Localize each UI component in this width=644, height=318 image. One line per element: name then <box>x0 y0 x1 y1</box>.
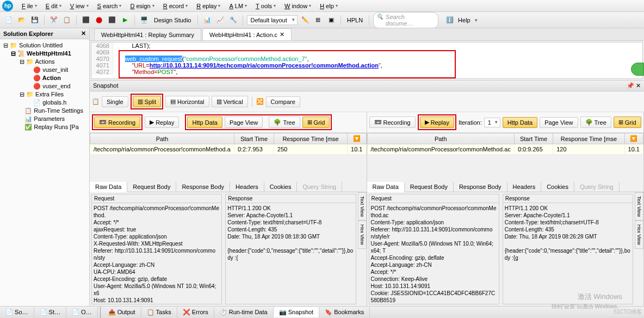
http-data-button-r[interactable]: Http Data <box>503 117 537 128</box>
side-badge[interactable] <box>631 63 644 76</box>
close-icon[interactable]: ✕ <box>636 82 641 89</box>
http-data-button[interactable]: Http Data <box>187 117 222 128</box>
response-body-left[interactable]: HTTP/1.1 200 OK Server: Apache-Coyote/1.… <box>226 203 355 304</box>
view-single[interactable]: Single <box>102 96 128 107</box>
tree-item-replay-runs-pa[interactable]: ✅ Replay Runs [Pa <box>2 123 87 131</box>
solution-tree[interactable]: ⊟ 📁 Solution Untitled⊟ 📜 WebHttpHtml41⊟ … <box>0 39 89 306</box>
view-vertical[interactable]: ▥ Vertical <box>212 96 248 107</box>
iteration-dropdown[interactable]: 1 <box>484 118 500 127</box>
bottom-tab[interactable]: 📄 So… <box>0 307 34 317</box>
stop-icon[interactable]: ⬛ <box>107 15 117 26</box>
menu-replay[interactable]: Replay ▾ <box>192 1 225 11</box>
menu-record[interactable]: Record ▾ <box>159 1 192 11</box>
editor-tab[interactable]: WebHttpHtml41 : Replay Summary <box>94 28 201 40</box>
menu-alm[interactable]: ALM ▾ <box>225 1 251 11</box>
page-view-button-r[interactable]: Page View <box>540 117 578 128</box>
recording-grid-left[interactable]: Path Start Time Response Time [mse 🔽 /te… <box>90 133 367 155</box>
request-body-right[interactable]: POST /techcomp/ria/commonProcessor!commo… <box>369 203 499 304</box>
data-tab-raw-data[interactable]: Raw Data <box>367 182 405 192</box>
tree-item-action[interactable]: 🔴 Action <box>2 74 87 82</box>
pencil-icon[interactable]: ✏️ <box>300 15 311 26</box>
menu-search[interactable]: Search ▾ <box>93 1 126 11</box>
grid-icon[interactable]: ⊞ <box>313 15 324 26</box>
menu-help[interactable]: Help ▾ <box>315 1 342 11</box>
bottom-tab-snapshot[interactable]: 📷 Snapshot <box>274 307 320 317</box>
data-tab-response-body[interactable]: Response Body <box>176 182 230 192</box>
close-icon[interactable]: ✕ <box>81 30 86 37</box>
view-split[interactable]: ▥ Split <box>133 96 161 107</box>
tree-item-vuser-init[interactable]: 🔴 vuser_init <box>2 66 87 74</box>
close-icon[interactable]: ✕ <box>280 31 284 38</box>
bottom-tab-tasks[interactable]: 📋 Tasks <box>141 307 177 317</box>
data-tab-cookies[interactable]: Cookies <box>264 182 298 192</box>
replay-tab-left[interactable]: ▶ Replay <box>145 117 179 128</box>
text-view-tab[interactable]: Text View <box>358 192 367 221</box>
tree-item-solution-untitled[interactable]: ⊟ 📁 Solution Untitled <box>2 41 87 50</box>
cut-icon[interactable]: ✂️ <box>48 15 59 26</box>
record-icon[interactable]: ⬤ <box>94 15 104 26</box>
data-tab-headers[interactable]: Headers <box>507 182 542 192</box>
tool-icon-3[interactable]: 🔧 <box>228 15 239 26</box>
tree-item-webhttphtml41[interactable]: ⊟ 📜 WebHttpHtml41 <box>2 50 87 58</box>
bottom-tab-errors[interactable]: ❌ Errors <box>177 307 214 317</box>
data-tab-request-body[interactable]: Request Body <box>127 182 176 192</box>
bottom-tab-output[interactable]: 📤 Output <box>103 307 141 317</box>
menu-edit[interactable]: Edit ▾ <box>41 1 66 11</box>
bottom-tab-run-time-data[interactable]: ⏱️ Run-time Data <box>214 307 274 317</box>
menu-tools[interactable]: Tools ▾ <box>251 1 280 11</box>
tree-button[interactable]: 🌳 Tree <box>269 117 300 128</box>
design-studio-icon[interactable]: 🖥️ <box>139 15 150 26</box>
tree-item-extra-files[interactable]: ⊟ 📁 Extra Files <box>2 90 87 99</box>
tree-item-vuser-end[interactable]: 🔴 vuser_end <box>2 82 87 90</box>
tool-icon-1[interactable]: 📊 <box>202 15 213 26</box>
replay-tab-right[interactable]: ▶ Replay <box>420 117 454 128</box>
bottom-tab-bookmarks[interactable]: 🔖 Bookmarks <box>319 307 370 317</box>
compare-button[interactable]: Compare <box>266 96 300 107</box>
play-icon[interactable]: ▶ <box>120 15 131 26</box>
hpln-label[interactable]: HPLN <box>345 17 365 23</box>
view-horizontal[interactable]: ▤ Horizontal <box>165 96 209 107</box>
tool-icon-2[interactable]: 📈 <box>215 15 226 26</box>
editor-tab[interactable]: WebHttpHtml41 : Action.c ✕ <box>202 28 292 40</box>
data-tab-headers[interactable]: Headers <box>230 182 264 192</box>
data-tab-response-body[interactable]: Response Body <box>454 182 507 192</box>
panel-icon[interactable]: ▣ <box>326 15 337 26</box>
tree-item-run-time-settings[interactable]: 📋 Run-Time Settings <box>2 107 87 115</box>
recording-tab-right[interactable]: 📼 Recording <box>369 117 416 128</box>
menu-file[interactable]: File ▾ <box>17 1 41 11</box>
grid-button[interactable]: ⊞ Grid <box>302 117 330 128</box>
step-icon[interactable]: ⬛ <box>81 15 91 26</box>
design-studio-label[interactable]: Design Studio <box>152 17 194 23</box>
open-icon[interactable]: 📂 <box>16 15 27 26</box>
help-icon[interactable]: ℹ️ <box>446 16 454 23</box>
tree-item-actions[interactable]: ⊟ 📁 Actions <box>2 58 87 66</box>
compare-icon[interactable]: 🔀 <box>256 98 264 105</box>
menu-view[interactable]: View ▾ <box>66 1 93 11</box>
recording-tab-left[interactable]: 📼 Recording <box>94 117 140 128</box>
copy-icon[interactable]: 📋 <box>61 15 72 26</box>
tree-item-parameters[interactable]: 📊 Parameters <box>2 115 87 123</box>
menu-window[interactable]: Window ▾ <box>280 1 315 11</box>
data-tab-raw-data[interactable]: Raw Data <box>90 182 127 192</box>
tree-item-globals-h[interactable]: 📄 globals.h <box>2 99 87 107</box>
new-icon[interactable]: 📄 <box>3 15 14 26</box>
grid-button-r[interactable]: ⊞ Grid <box>614 117 641 128</box>
save-icon[interactable]: 💾 <box>29 15 40 26</box>
hex-view-tab[interactable]: Hex View <box>358 221 367 249</box>
help-label[interactable]: Help <box>456 17 473 23</box>
data-tab-cookies[interactable]: Cookies <box>541 182 574 192</box>
menu-design[interactable]: Design ▾ <box>126 1 158 11</box>
code-editor[interactable]: 4068 LAST);40694070 web_custom_request("… <box>91 42 643 79</box>
pin-icon[interactable]: 📌 <box>627 82 634 89</box>
bottom-tab[interactable]: 📄 O… <box>66 307 98 317</box>
search-input[interactable]: Search docume… <box>373 12 438 28</box>
tree-button-r[interactable]: 🌳 Tree <box>580 117 611 128</box>
bottom-tab[interactable]: 📄 St… <box>34 307 66 317</box>
response-body-right[interactable]: HTTP/1.1 200 OK Server: Apache-Coyote/1.… <box>503 203 633 304</box>
text-view-tab-r[interactable]: Text View <box>635 192 643 221</box>
layout-dropdown[interactable]: Default layout <box>247 15 298 25</box>
hex-view-tab-r[interactable]: Hex View <box>635 221 643 249</box>
request-body-left[interactable]: POST /techcomp/ria/commonProcessor!commo… <box>92 203 221 304</box>
recording-grid-right[interactable]: Path Start Time Response Time [mse 🔽 /te… <box>367 133 644 155</box>
page-view-button[interactable]: Page View <box>225 117 263 128</box>
